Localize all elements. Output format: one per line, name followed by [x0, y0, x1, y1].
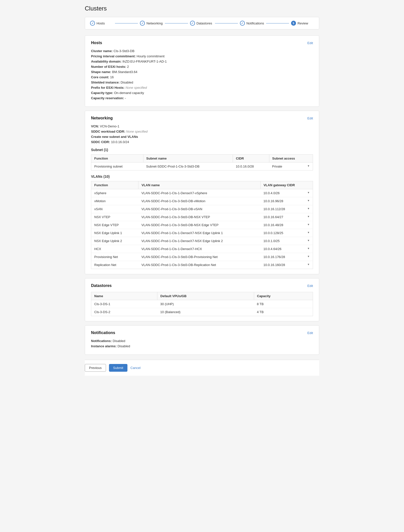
subnet-subsection-title: Subnet (1): [91, 148, 313, 152]
vlan-cell-name: VLAN-SDDC-Prod-1-Cls-3-Std3-DB-NSX VTEP: [138, 213, 260, 221]
ds-cell-capacity: 4 TB: [254, 308, 313, 316]
step-label-datastores: Datastores: [197, 21, 212, 25]
field-prefix: Prefix for ESXi Hosts: None specified: [91, 86, 313, 89]
vlan-cell-name: VLAN-SDDC-Prod-1-Cls-1-DenseX7-vSphere: [138, 189, 260, 197]
vlan-table-row: Replication Net VLAN-SDDC-Prod-1-Cls-3-S…: [91, 261, 313, 269]
subnet-col-function: Function: [91, 155, 143, 163]
vlan-table-row: NSX Edge Uplink 2 VLAN-SDDC-Prod-1-Cls-1…: [91, 237, 313, 245]
networking-section-title: Networking: [91, 116, 113, 120]
field-availability: Availability domain: IhZD:EU-FRANKFURT-1…: [91, 60, 313, 63]
chevron-down-icon: ▼: [307, 255, 310, 258]
stepper: ✓ Hosts ✓ Networking ✓ Datastores ✓ Noti…: [85, 17, 319, 29]
hosts-edit-link[interactable]: Edit: [307, 41, 313, 45]
ds-cell-vpus: 30 (UHP): [157, 300, 254, 308]
footer: Previous Submit Cancel: [85, 360, 319, 376]
datastores-edit-link[interactable]: Edit: [307, 284, 313, 288]
vlan-cell-function: vMotion: [91, 197, 138, 205]
field-capacity-reservation: Capacity reservation: -: [91, 96, 313, 100]
chevron-down-icon: ▼: [307, 239, 310, 242]
subnet-table-row: Provisioning subnet Subnet-SDDC-Prod-1-C…: [91, 163, 313, 171]
vlans-col-function: Function: [91, 181, 138, 189]
field-create-subnet: Create new subnet and VLANs: [91, 135, 313, 139]
chevron-down-icon: ▼: [307, 199, 310, 202]
step-label-hosts: Hosts: [97, 21, 105, 25]
notifications-section-title: Notifications: [91, 331, 115, 335]
chevron-down-icon: ▼: [307, 165, 310, 167]
ds-col-vpus: Default VPUs/GB: [157, 292, 254, 300]
field-sddc-cidr: SDDC CIDR: 10.0.16.0/24: [91, 140, 313, 144]
vlan-cell-cidr: 10.0.16.160/28 ▼: [260, 261, 313, 269]
notifications-edit-link[interactable]: Edit: [307, 331, 313, 335]
vlan-table-row: HCX VLAN-SDDC-Prod-1-Cls-1-DenseX7-HCX 1…: [91, 245, 313, 253]
ds-cell-vpus: 10 (Balanced): [157, 308, 254, 316]
step-circle-notifications: ✓: [240, 21, 245, 26]
datastores-table-header: Name Default VPUs/GB Capacity: [91, 292, 313, 300]
vlan-table-row: NSX Edge VTEP VLAN-SDDC-Prod-1-Cls-3-Std…: [91, 221, 313, 229]
field-instance-alarms: Instance alarms: Disabled: [91, 344, 313, 348]
hosts-section: Hosts Edit Cluster name: Cls-3-Std3-DB P…: [85, 35, 319, 107]
vlans-table-header: Function VLAN name VLAN gateway CIDR: [91, 181, 313, 189]
vlan-cell-cidr: 10.0.16.96/28 ▼: [260, 197, 313, 205]
datastore-table-row: Cls-3-DS-1 30 (UHP) 8 TB: [91, 300, 313, 308]
hosts-section-title: Hosts: [91, 41, 102, 45]
subnet-cell-access: Private ▼: [269, 163, 313, 171]
step-label-networking: Networking: [146, 21, 163, 25]
chevron-down-icon: ▼: [307, 231, 310, 234]
datastores-section-header: Datastores Edit: [91, 283, 313, 288]
step-review: 5 Review: [291, 21, 314, 26]
vlan-cell-cidr: 10.0.16.48/28 ▼: [260, 221, 313, 229]
vlan-table-row: Provisioning Net VLAN-SDDC-Prod-1-Cls-3-…: [91, 253, 313, 261]
vlan-cell-name: VLAN-SDDC-Prod-1-Cls-1-DenseX7-NSX Edge …: [138, 237, 260, 245]
vlan-cell-name: VLAN-SDDC-Prod-1-Cls-3-Std3-DB-Replicati…: [138, 261, 260, 269]
vlan-cell-function: vSphere: [91, 189, 138, 197]
vlan-cell-name: VLAN-SDDC-Prod-1-Cls-3-Std3-DB-NSX Edge …: [138, 221, 260, 229]
field-shielded: Shielded instance: Disabled: [91, 81, 313, 84]
page-title: Clusters: [85, 5, 319, 12]
cancel-link[interactable]: Cancel: [130, 366, 140, 370]
step-line-3: [215, 23, 238, 23]
step-label-notifications: Notifications: [246, 21, 264, 25]
hosts-fields: Cluster name: Cls-3-Std3-DB Pricing inte…: [91, 49, 313, 100]
chevron-down-icon: ▼: [307, 207, 310, 210]
field-shape: Shape name: BM.Standard3.64: [91, 70, 313, 74]
field-sddc-workload: SDDC workload CIDR: None specified: [91, 130, 313, 133]
datastores-table: Name Default VPUs/GB Capacity Cls-3-DS-1…: [91, 292, 313, 316]
vlan-cell-name: VLAN-SDDC-Prod-1-Cls-1-DenseX7-HCX: [138, 245, 260, 253]
notifications-section: Notifications Edit Notifications: Disabl…: [85, 325, 319, 355]
vlan-cell-function: HCX: [91, 245, 138, 253]
vlan-table-row: vSphere VLAN-SDDC-Prod-1-Cls-1-DenseX7-v…: [91, 189, 313, 197]
vlan-cell-name: VLAN-SDDC-Prod-1-Cls-3-Std3-DB-Provision…: [138, 253, 260, 261]
submit-button[interactable]: Submit: [109, 364, 127, 372]
datastores-section-title: Datastores: [91, 283, 112, 288]
chevron-down-icon: ▼: [307, 263, 310, 266]
vlans-table: Function VLAN name VLAN gateway CIDR vSp…: [91, 181, 313, 269]
vlan-cell-cidr: 10.0.16.64/27 ▼: [260, 213, 313, 221]
datastores-section: Datastores Edit Name Default VPUs/GB Cap…: [85, 278, 319, 321]
ds-col-capacity: Capacity: [254, 292, 313, 300]
vlan-cell-cidr: 10.0.0.128/25 ▼: [260, 229, 313, 237]
networking-section-header: Networking Edit: [91, 116, 313, 120]
networking-edit-link[interactable]: Edit: [307, 116, 313, 120]
networking-fields: VCN: VCN-Demo-1 SDDC workload CIDR: None…: [91, 124, 313, 144]
field-vcn: VCN: VCN-Demo-1: [91, 124, 313, 128]
subnet-col-name: Subnet name: [143, 155, 233, 163]
field-core: Core count: 16: [91, 75, 313, 79]
previous-button[interactable]: Previous: [85, 364, 106, 372]
ds-cell-name: Cls-3-DS-1: [91, 300, 157, 308]
subnet-col-access: Subnet access: [269, 155, 313, 163]
hosts-section-header: Hosts Edit: [91, 41, 313, 45]
chevron-down-icon: ▼: [307, 215, 310, 218]
vlan-table-row: vSAN VLAN-SDDC-Prod-1-Cls-3-Std3-DB-vSAN…: [91, 205, 313, 213]
subnet-col-cidr: CIDR: [233, 155, 269, 163]
subnet-table: Function Subnet name CIDR Subnet access …: [91, 154, 313, 171]
vlan-cell-function: vSAN: [91, 205, 138, 213]
vlan-table-row: NSX Edge Uplink 1 VLAN-SDDC-Prod-1-Cls-1…: [91, 229, 313, 237]
step-label-review: Review: [298, 21, 308, 25]
step-notifications: ✓ Notifications: [240, 21, 264, 26]
step-line-1: [115, 23, 138, 23]
step-networking: ✓ Networking: [140, 21, 163, 26]
chevron-down-icon: ▼: [307, 247, 310, 250]
ds-col-name: Name: [91, 292, 157, 300]
subnet-table-header: Function Subnet name CIDR Subnet access: [91, 155, 313, 163]
vlan-cell-name: VLAN-SDDC-Prod-1-Cls-1-DenseX7-NSX Edge …: [138, 229, 260, 237]
